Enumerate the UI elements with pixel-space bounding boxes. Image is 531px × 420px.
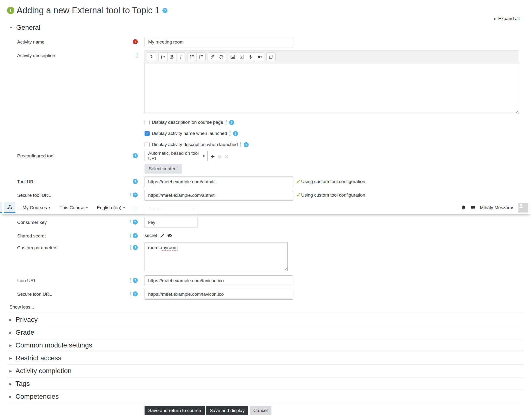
help-icon[interactable] xyxy=(133,193,138,197)
bold-icon[interactable]: B xyxy=(167,52,177,61)
chevron-down-icon xyxy=(123,206,125,210)
navbar-overlap-zone: Launch container Default ▲▼ My Courses T… xyxy=(7,204,524,214)
activity-name-input[interactable] xyxy=(145,37,293,47)
help-icon[interactable] xyxy=(133,179,138,184)
required-icon xyxy=(133,39,138,44)
editor-toolbar: i B I 123 xyxy=(145,50,519,63)
secure-tool-url-label: Secure tool URL xyxy=(7,190,118,198)
row-custom-parameters: Custom parameters room=myroom xyxy=(7,242,524,271)
eye-icon[interactable] xyxy=(167,233,172,238)
preconfigured-tool-select[interactable]: Automatic, based on tool URL ▲▼ xyxy=(145,151,208,161)
section-heading-tags[interactable]: Tags xyxy=(7,377,524,390)
expand-all-link[interactable]: Expand all xyxy=(7,16,520,21)
chevron-right-icon xyxy=(9,382,12,386)
section-heading-competencies[interactable]: Competencies xyxy=(7,390,524,403)
help-icon[interactable] xyxy=(229,120,234,125)
ordered-list-icon[interactable]: 123 xyxy=(196,52,206,61)
icon-url-input[interactable] xyxy=(145,275,293,286)
chevron-right-icon xyxy=(9,356,12,360)
check-icon: ✓ xyxy=(296,179,301,184)
help-icon[interactable] xyxy=(133,245,138,250)
advanced-field-icon xyxy=(225,120,227,124)
row-activity-name: Activity name xyxy=(7,37,524,47)
chevron-down-icon xyxy=(86,206,88,210)
nav-tab-partial[interactable] xyxy=(0,202,2,213)
add-tool-icon[interactable] xyxy=(211,153,215,160)
page-header: Adding a new External tool to Topic 1 xyxy=(7,5,524,15)
consumer-key-input[interactable] xyxy=(145,217,197,228)
select-arrows-icon: ▲▼ xyxy=(203,154,205,158)
save-and-display-button[interactable]: Save and display xyxy=(206,406,249,415)
tool-url-input[interactable] xyxy=(145,177,293,187)
advanced-field-icon xyxy=(240,142,241,147)
section-heading-grade[interactable]: Grade xyxy=(7,326,524,339)
section-heading-common-module-settings[interactable]: Common module settings xyxy=(7,339,524,352)
description-editor-area[interactable] xyxy=(145,63,519,113)
help-icon[interactable] xyxy=(133,220,138,225)
help-icon[interactable] xyxy=(133,153,138,158)
menu-language[interactable]: English (en) xyxy=(97,205,125,210)
help-icon[interactable] xyxy=(133,278,138,283)
avatar[interactable] xyxy=(518,203,528,212)
italic-icon[interactable]: I xyxy=(176,52,185,61)
shared-secret-value: secret xyxy=(145,233,157,238)
title-help-icon[interactable] xyxy=(162,8,167,13)
navbar-menus: My Courses This Course English (en) xyxy=(22,205,125,210)
row-shared-secret: Shared secret secret xyxy=(7,231,524,239)
row-secure-icon-url: Secure icon URL xyxy=(7,289,524,300)
secure-icon-url-label: Secure icon URL xyxy=(7,289,118,297)
section-heading-restrict-access[interactable]: Restrict access xyxy=(7,352,524,365)
bell-icon[interactable] xyxy=(461,205,466,210)
manage-files-icon[interactable] xyxy=(266,52,276,61)
cancel-button[interactable]: Cancel xyxy=(250,406,271,415)
help-icon[interactable] xyxy=(133,291,138,297)
help-icon[interactable] xyxy=(133,233,138,238)
paragraph-format-icon[interactable]: i xyxy=(158,52,167,61)
secure-icon-url-input[interactable] xyxy=(145,289,293,300)
chat-icon[interactable] xyxy=(470,205,476,210)
expand-all-label: Expand all xyxy=(498,16,520,21)
advanced-field-icon xyxy=(130,245,132,250)
record-audio-icon[interactable] xyxy=(246,52,255,61)
row-tool-url: Tool URL ✓ Using custom tool configurati… xyxy=(7,177,524,187)
tool-url-status: ✓ Using custom tool configuration. xyxy=(296,177,366,184)
secure-tool-url-input[interactable] xyxy=(145,190,293,201)
section-heading-activity-completion[interactable]: Activity completion xyxy=(7,365,524,377)
help-icon[interactable] xyxy=(233,131,238,136)
checkbox-row-display-activity-description: Display activity description when launch… xyxy=(145,142,524,147)
chevron-right-icon xyxy=(9,369,12,373)
activity-description-label: Activity description xyxy=(7,50,118,58)
custom-parameters-textarea[interactable]: room=myroom xyxy=(145,242,288,271)
display-description-checkbox[interactable] xyxy=(145,120,150,125)
nav-tab-sitemap[interactable] xyxy=(4,202,15,213)
edit-pencil-icon[interactable] xyxy=(160,233,165,238)
show-less-link[interactable]: Show less... xyxy=(9,304,524,310)
help-icon[interactable] xyxy=(244,142,249,147)
insert-image-icon[interactable] xyxy=(228,52,237,61)
record-video-icon[interactable] xyxy=(255,52,264,61)
chevron-down-icon xyxy=(49,206,50,210)
link-icon[interactable] xyxy=(208,52,217,61)
save-and-return-button[interactable]: Save and return to course xyxy=(145,406,205,415)
menu-this-course[interactable]: This Course xyxy=(59,205,88,210)
collapse-toolbar-icon[interactable] xyxy=(147,52,156,61)
checkbox-row-display-description: Display description on course page xyxy=(145,120,524,125)
display-activity-description-checkbox[interactable] xyxy=(145,142,150,147)
user-name[interactable]: Mihály Mészáros xyxy=(480,205,514,210)
menu-my-courses[interactable]: My Courses xyxy=(22,205,50,210)
section-heading-general[interactable]: General xyxy=(7,24,524,31)
page-title: Adding a new External tool to Topic 1 xyxy=(17,5,160,15)
section-heading-privacy[interactable]: Privacy xyxy=(7,313,524,326)
unordered-list-icon[interactable] xyxy=(188,52,197,61)
display-activity-name-checkbox[interactable] xyxy=(145,131,150,136)
chevron-right-icon xyxy=(494,17,496,21)
insert-media-icon[interactable] xyxy=(237,52,246,61)
advanced-field-icon xyxy=(130,220,132,225)
collapsed-sections: Privacy Grade Common module settings Res… xyxy=(7,313,524,403)
form-actions: Save and return to course Save and displ… xyxy=(145,406,524,415)
unlink-icon[interactable] xyxy=(217,52,226,61)
shared-secret-label: Shared secret xyxy=(7,231,118,239)
svg-text:3: 3 xyxy=(199,57,200,59)
consumer-key-label: Consumer key xyxy=(7,217,118,225)
select-content-button[interactable]: Select content xyxy=(145,164,182,174)
